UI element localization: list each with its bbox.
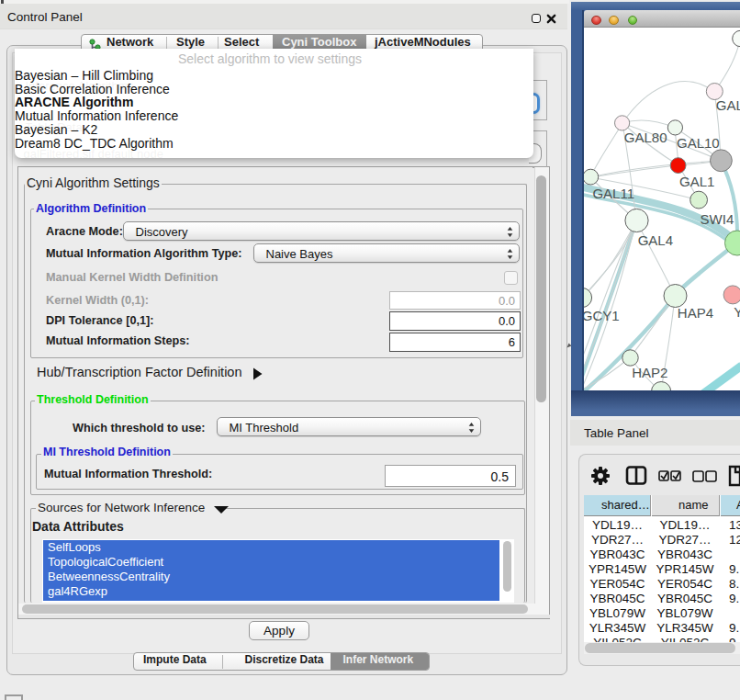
svg-text:GAL10: GAL10 — [677, 135, 720, 151]
svg-text:GAL11: GAL11 — [592, 186, 634, 201]
svg-text:GAL80: GAL80 — [624, 130, 667, 145]
svg-text:HAP4: HAP4 — [678, 305, 713, 321]
svg-text:GAL1: GAL1 — [679, 174, 714, 189]
svg-text:GCY1: GCY1 — [584, 308, 620, 323]
svg-text:GAL7: GAL7 — [716, 97, 740, 113]
svg-text:HAP2: HAP2 — [632, 365, 667, 380]
svg-text:GAL4: GAL4 — [638, 232, 673, 248]
svg-text:Y: Y — [734, 304, 740, 320]
svg-text:SWI4: SWI4 — [701, 211, 734, 227]
